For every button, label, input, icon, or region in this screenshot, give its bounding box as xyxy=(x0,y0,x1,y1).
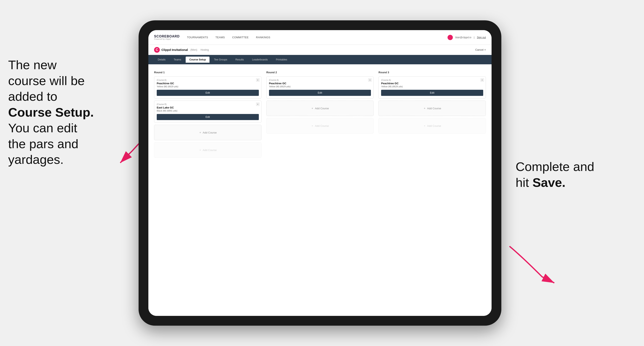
round3-course-a-info: Yellow (M) (6629 yds) xyxy=(381,85,483,88)
nav-teams[interactable]: TEAMS xyxy=(216,36,225,39)
tab-bar: Details Teams Course Setup Tee Groups Re… xyxy=(148,55,492,64)
left-text-line6: yardages. xyxy=(8,153,64,167)
brand-name: SCOREBOARD xyxy=(154,35,180,38)
round3-course-a-label: (Course A) xyxy=(381,79,483,81)
left-text-line5: the pars and xyxy=(8,137,78,151)
brand: SCOREBOARD Powered by clippd xyxy=(154,35,180,40)
add-course-label-r2-2: Add Course xyxy=(315,124,329,127)
add-course-label-r1-2: Add Course xyxy=(203,149,217,152)
round3-add-course-1[interactable]: ＋ Add Course xyxy=(378,101,486,116)
sub-nav-left: C Clippd Invitational (Men) Hosting xyxy=(154,47,209,53)
nav-user: blair@clippd.io | Sign out xyxy=(448,35,486,40)
cancel-button[interactable]: Cancel × xyxy=(475,48,486,51)
round1-course-a-info: Yellow (M) (6629 yds) xyxy=(157,85,259,88)
plus-icon-r1-1: ＋ xyxy=(199,131,202,134)
left-text-line3: added to xyxy=(8,89,57,103)
tablet-screen: SCOREBOARD Powered by clippd TOURNAMENTS… xyxy=(148,30,492,316)
round1-add-course-1[interactable]: ＋ Add Course xyxy=(154,125,262,140)
tab-tee-groups[interactable]: Tee Groups xyxy=(210,57,231,63)
add-course-label-r2-1: Add Course xyxy=(315,107,329,110)
right-arrow xyxy=(506,244,562,285)
round2-course-a-close[interactable]: × xyxy=(368,78,372,82)
pipe-separator: | xyxy=(474,36,474,39)
sub-nav: C Clippd Invitational (Men) Hosting Canc… xyxy=(148,45,492,55)
plus-icon-r3-2: ＋ xyxy=(423,124,426,128)
user-email: blair@clippd.io xyxy=(455,36,472,39)
tablet-device: SCOREBOARD Powered by clippd TOURNAMENTS… xyxy=(138,20,501,326)
brand-c-logo: C xyxy=(154,47,160,53)
tournament-name: Clippd Invitational xyxy=(162,48,188,51)
round2-course-a-label: (Course A) xyxy=(269,79,371,81)
brand-sub: Powered by clippd xyxy=(154,38,180,40)
add-course-label-r1-1: Add Course xyxy=(203,131,217,134)
round2-course-a-card: × (Course A) Peachtree GC Yellow (M) (66… xyxy=(266,76,374,99)
round3-course-a-close[interactable]: × xyxy=(480,78,484,82)
round-2-column: Round 2 × (Course A) Peachtree GC Yellow… xyxy=(266,71,374,160)
round2-course-a-name: Peachtree GC xyxy=(269,82,371,85)
round1-course-b-edit[interactable]: Edit xyxy=(157,114,259,120)
round-2-title: Round 2 xyxy=(266,71,374,74)
round-1-title: Round 1 xyxy=(154,71,262,74)
right-text-bold: Save. xyxy=(532,175,566,189)
tournament-gender: (Men) xyxy=(190,48,197,51)
plus-icon-r3-1: ＋ xyxy=(423,106,426,110)
sign-out-link[interactable]: Sign out xyxy=(477,36,486,39)
tab-printables[interactable]: Printables xyxy=(272,57,291,63)
right-text-line2: hit xyxy=(516,175,532,189)
cancel-icon: × xyxy=(484,48,486,51)
round1-course-a-name: Peachtree GC xyxy=(157,82,259,85)
round3-course-a-edit[interactable]: Edit xyxy=(381,90,483,96)
top-nav: SCOREBOARD Powered by clippd TOURNAMENTS… xyxy=(148,30,492,45)
nav-rankings[interactable]: RANKINGS xyxy=(256,36,270,39)
round1-course-b-info: Black (M) (6891 yds) xyxy=(157,110,259,112)
nav-committee[interactable]: COMMITTEE xyxy=(232,36,249,39)
round-3-column: Round 3 × (Course A) Peachtree GC Yellow… xyxy=(378,71,486,160)
round1-course-b-card: × (Course B) East Lake GC Black (M) (689… xyxy=(154,101,262,123)
right-annotation: Complete and hit Save. xyxy=(516,159,618,190)
tab-details[interactable]: Details xyxy=(154,57,169,63)
left-annotation: The new course will be added to Course S… xyxy=(8,57,122,168)
round1-course-a-card: × (Course A) Peachtree GC Yellow (M) (66… xyxy=(154,76,262,99)
hosting-badge: Hosting xyxy=(200,48,209,51)
left-text-line1: The new xyxy=(8,58,57,72)
tab-teams[interactable]: Teams xyxy=(170,57,185,63)
round1-add-course-2: ＋ Add Course xyxy=(154,142,262,158)
nav-tournaments[interactable]: TOURNAMENTS xyxy=(187,36,208,39)
round3-add-course-2: ＋ Add Course xyxy=(378,118,486,134)
rounds-grid: Round 1 × (Course A) Peachtree GC Yellow… xyxy=(154,71,486,160)
round1-course-a-label: (Course A) xyxy=(157,79,259,81)
right-text-line1: Complete and xyxy=(516,160,594,173)
user-avatar xyxy=(448,35,453,40)
round1-course-b-label: (Course B) xyxy=(157,103,259,105)
left-text-bold: Course Setup. xyxy=(8,105,94,119)
plus-icon-r1-2: ＋ xyxy=(199,148,202,152)
round1-course-a-edit[interactable]: Edit xyxy=(157,90,259,96)
nav-links: TOURNAMENTS TEAMS COMMITTEE RANKINGS xyxy=(187,36,448,39)
round3-course-a-name: Peachtree GC xyxy=(381,82,483,85)
round2-course-a-info: Yellow (M) (6629 yds) xyxy=(269,85,371,88)
add-course-label-r3-2: Add Course xyxy=(427,124,441,127)
plus-icon-r2-2: ＋ xyxy=(311,124,314,128)
add-course-label-r3-1: Add Course xyxy=(427,107,441,110)
tab-leaderboards[interactable]: Leaderboards xyxy=(248,57,272,63)
round1-course-a-close[interactable]: × xyxy=(256,78,260,82)
round2-course-a-edit[interactable]: Edit xyxy=(269,90,371,96)
round1-course-b-name: East Lake GC xyxy=(157,106,259,109)
round2-add-course-2: ＋ Add Course xyxy=(266,118,374,134)
left-text-line2: course will be xyxy=(8,74,85,88)
main-content: Round 1 × (Course A) Peachtree GC Yellow… xyxy=(148,64,492,316)
tab-results[interactable]: Results xyxy=(232,57,248,63)
round2-add-course-1[interactable]: ＋ Add Course xyxy=(266,101,374,116)
round1-course-b-close[interactable]: × xyxy=(256,102,260,106)
plus-icon-r2-1: ＋ xyxy=(311,106,314,110)
round3-course-a-card: × (Course A) Peachtree GC Yellow (M) (66… xyxy=(378,76,486,99)
left-text-line4: You can edit xyxy=(8,121,77,135)
round-3-title: Round 3 xyxy=(378,71,486,74)
round-1-column: Round 1 × (Course A) Peachtree GC Yellow… xyxy=(154,71,262,160)
tab-course-setup[interactable]: Course Setup xyxy=(186,57,210,63)
